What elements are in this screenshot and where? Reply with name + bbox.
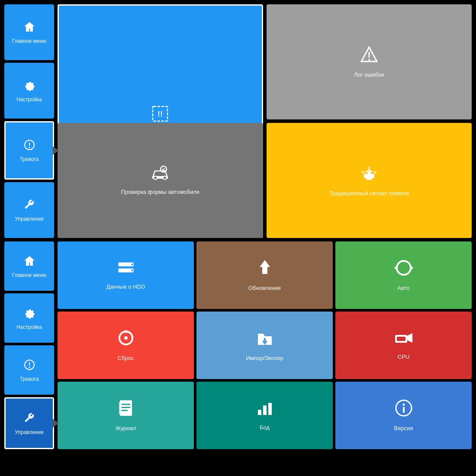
tile-trad-alarm[interactable]: Традиционный сигнал тревоги — [267, 123, 472, 238]
folder-down-icon — [255, 328, 274, 351]
journal-icon — [117, 399, 135, 421]
siren-icon — [360, 164, 379, 187]
svg-point-9 — [163, 176, 167, 180]
sidebar-item-settings-bot[interactable]: Настройка — [4, 293, 54, 343]
top-section: Главное меню Настройка Тревога Упра — [4, 4, 472, 238]
svg-marker-33 — [407, 333, 412, 343]
sidebar-item-home-top[interactable]: Главное меню — [4, 4, 54, 60]
svg-rect-36 — [122, 404, 130, 405]
svg-rect-38 — [122, 410, 128, 411]
recycle-icon — [394, 258, 413, 281]
svg-rect-13 — [367, 178, 372, 180]
tile-label-cpu: CPU — [398, 354, 409, 361]
tile-label-reset: Сброс — [118, 355, 134, 362]
svg-rect-45 — [403, 407, 405, 413]
car-check-icon — [150, 165, 170, 185]
svg-point-12 — [367, 171, 371, 175]
svg-point-28 — [124, 336, 128, 340]
svg-point-2 — [29, 147, 30, 148]
bottom-main-grid: Данные о HDD Обновление — [58, 241, 472, 449]
svg-rect-41 — [263, 405, 267, 415]
svg-point-22 — [131, 270, 133, 271]
tile-label-trad-alarm: Традиционный сигнал тревоги — [329, 190, 409, 197]
wrench-icon-bot — [23, 412, 36, 428]
wrench-icon-top — [23, 198, 36, 214]
tile-label-log: Лог ошибок — [354, 71, 384, 79]
hdd-icon — [116, 260, 135, 280]
tile-auto[interactable]: Авто — [335, 241, 472, 309]
home-icon-bot — [23, 254, 36, 270]
tile-label-journal: Журнал — [116, 425, 136, 432]
tile-label-auto: Авто — [397, 285, 409, 292]
gear-icon-bot — [23, 306, 36, 322]
svg-rect-1 — [29, 142, 30, 146]
tile-label-baud: Бод — [260, 424, 270, 431]
bar-chart-icon — [255, 399, 274, 421]
svg-rect-40 — [258, 410, 261, 415]
tile-label-version: Версия — [394, 425, 413, 432]
tile-journal[interactable]: Журнал — [58, 382, 194, 449]
tile-car-check[interactable]: Проверка формы автомобиля — [58, 123, 263, 238]
sidebar-item-alarm-top[interactable]: Тревога — [4, 121, 54, 180]
sidebar-label-manage-bot: Управление — [15, 429, 44, 435]
sidebar-label-alarm-top: Тревога — [20, 156, 39, 162]
sidebar-label-alarm-bot: Тревога — [20, 376, 39, 382]
svg-rect-34 — [397, 337, 405, 341]
sidebar-label-settings-top: Настройка — [16, 96, 42, 103]
svg-point-21 — [131, 264, 133, 265]
tile-baud[interactable]: Бод — [196, 382, 333, 449]
sidebar-item-manage-top[interactable]: Управление — [4, 182, 54, 238]
tile-label-update: Обновление — [248, 285, 281, 292]
sidebar-item-settings-top[interactable]: Настройка — [4, 63, 54, 119]
tile-hdd[interactable]: Данные о HDD — [58, 241, 194, 309]
svg-rect-42 — [268, 403, 272, 415]
bottom-section: Главное меню Настройка Тревога Управлени… — [4, 241, 472, 449]
sidebar-label-manage-top: Управление — [15, 216, 44, 222]
arrow-right-icon — [53, 146, 59, 155]
svg-point-44 — [402, 404, 405, 406]
svg-marker-23 — [260, 260, 270, 274]
top-sidebar: Главное меню Настройка Тревога Упра — [4, 4, 54, 238]
svg-rect-37 — [122, 407, 130, 408]
svg-text:!!: !! — [158, 110, 163, 119]
tile-reset[interactable]: Сброс — [58, 312, 194, 379]
sidebar-label-home-bot: Главное меню — [12, 272, 47, 278]
tile-import-export[interactable]: Импор/Экспор — [196, 312, 333, 379]
tile-update[interactable]: Обновление — [196, 241, 333, 309]
bottom-sidebar: Главное меню Настройка Тревога Управлени… — [4, 241, 54, 449]
arrow-right-icon-bot — [53, 419, 59, 428]
sidebar-item-home-bot[interactable]: Главное меню — [4, 241, 54, 291]
sidebar-item-manage-bot[interactable]: Управление — [4, 397, 54, 449]
sidebar-label-home-top: Главное меню — [12, 38, 47, 44]
tile-label-hdd: Данные о HDD — [106, 283, 145, 291]
warning-icon — [360, 45, 379, 68]
tile-label-car-check: Проверка формы автомобиля — [121, 189, 199, 196]
alert-icon-bot — [23, 358, 36, 374]
svg-point-7 — [368, 59, 370, 61]
info-icon — [394, 399, 413, 421]
top-main-grid: !! Смарт оповещения Лог ошибок — [58, 4, 472, 238]
camera-security-icon — [393, 330, 414, 350]
svg-rect-6 — [368, 52, 370, 58]
svg-rect-39 — [119, 402, 121, 414]
gear-icon-top — [23, 79, 36, 95]
upload-icon — [256, 258, 273, 281]
svg-rect-15 — [29, 362, 30, 366]
tile-cpu[interactable]: CPU — [335, 312, 472, 379]
home-icon — [23, 20, 36, 36]
tile-version[interactable]: Версия — [335, 382, 472, 449]
reset-icon — [116, 328, 135, 351]
svg-point-16 — [29, 367, 30, 368]
svg-point-8 — [154, 176, 157, 180]
sidebar-item-alarm-bot[interactable]: Тревога — [4, 345, 54, 395]
alert-icon-top — [23, 138, 36, 154]
tile-log[interactable]: Лог ошибок — [267, 4, 472, 119]
sidebar-label-settings-bot: Настройка — [16, 324, 42, 330]
screen: Главное меню Настройка Тревога Упра — [0, 0, 476, 476]
tile-label-import-export: Импор/Экспор — [246, 355, 283, 362]
